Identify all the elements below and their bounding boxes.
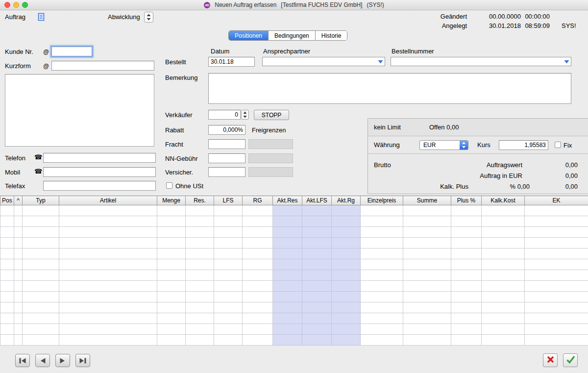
table-cell[interactable]	[243, 259, 273, 270]
table-cell[interactable]	[59, 270, 157, 281]
table-cell[interactable]	[273, 335, 302, 346]
table-row[interactable]	[0, 216, 588, 227]
table-cell[interactable]	[157, 270, 186, 281]
table-cell[interactable]	[0, 292, 14, 302]
table-cell[interactable]	[23, 238, 59, 249]
table-cell[interactable]	[59, 227, 157, 238]
table-row[interactable]	[0, 205, 588, 216]
table-cell[interactable]	[451, 324, 482, 335]
table-cell[interactable]	[186, 292, 214, 302]
table-cell[interactable]	[525, 227, 588, 238]
table-cell[interactable]	[23, 313, 59, 324]
table-cell[interactable]	[332, 281, 361, 292]
first-record-button[interactable]	[15, 354, 30, 367]
table-cell[interactable]	[157, 335, 186, 346]
table-cell[interactable]	[451, 216, 482, 227]
table-cell[interactable]	[525, 238, 588, 249]
table-cell[interactable]	[14, 205, 23, 216]
table-cell[interactable]	[157, 313, 186, 324]
table-cell[interactable]	[214, 324, 243, 335]
table-cell[interactable]	[59, 313, 157, 324]
table-cell[interactable]	[451, 335, 482, 346]
table-cell[interactable]	[482, 227, 525, 238]
table-cell[interactable]	[273, 205, 302, 216]
table-cell[interactable]	[332, 335, 361, 346]
table-cell[interactable]	[243, 324, 273, 335]
table-cell[interactable]	[14, 292, 23, 302]
table-cell[interactable]	[332, 292, 361, 302]
table-cell[interactable]	[302, 205, 332, 216]
table-cell[interactable]	[482, 216, 525, 227]
table-cell[interactable]	[23, 227, 59, 238]
tab-bedingungen[interactable]: Bedingungen	[269, 31, 316, 40]
table-cell[interactable]	[14, 324, 23, 335]
table-cell[interactable]	[14, 259, 23, 270]
bestellnummer-combobox[interactable]	[391, 57, 571, 66]
table-cell[interactable]	[14, 281, 23, 292]
table-cell[interactable]	[23, 324, 59, 335]
table-cell[interactable]	[332, 313, 361, 324]
table-cell[interactable]	[482, 205, 525, 216]
table-cell[interactable]	[186, 270, 214, 281]
table-cell[interactable]	[59, 302, 157, 313]
table-cell[interactable]	[0, 249, 14, 259]
table-cell[interactable]	[14, 249, 23, 259]
table-cell[interactable]	[23, 259, 59, 270]
table-cell[interactable]	[23, 205, 59, 216]
table-cell[interactable]	[525, 205, 588, 216]
table-row[interactable]	[0, 324, 588, 335]
table-cell[interactable]	[186, 281, 214, 292]
table-row[interactable]	[0, 302, 588, 313]
table-cell[interactable]	[482, 313, 525, 324]
table-cell[interactable]	[243, 249, 273, 259]
table-cell[interactable]	[186, 324, 214, 335]
verkaeufer-stepper[interactable]	[241, 110, 249, 122]
table-cell[interactable]	[302, 227, 332, 238]
table-cell[interactable]	[157, 216, 186, 227]
table-cell[interactable]	[403, 292, 451, 302]
table-cell[interactable]	[273, 324, 302, 335]
table-cell[interactable]	[403, 324, 451, 335]
table-cell[interactable]	[403, 270, 451, 281]
table-cell[interactable]	[403, 302, 451, 313]
table-cell[interactable]	[273, 292, 302, 302]
table-cell[interactable]	[0, 205, 14, 216]
table-cell[interactable]	[59, 216, 157, 227]
table-cell[interactable]	[157, 302, 186, 313]
table-cell[interactable]	[332, 216, 361, 227]
waehrung-popup[interactable]: EUR	[419, 140, 468, 150]
col-header-artikel[interactable]: Artikel	[59, 196, 157, 205]
ok-button[interactable]	[563, 353, 578, 367]
table-cell[interactable]	[273, 302, 302, 313]
table-cell[interactable]	[451, 238, 482, 249]
table-cell[interactable]	[482, 238, 525, 249]
table-cell[interactable]	[361, 335, 403, 346]
table-cell[interactable]	[302, 313, 332, 324]
table-cell[interactable]	[186, 335, 214, 346]
col-header-menge[interactable]: Menge	[157, 196, 186, 205]
telefax-input[interactable]	[43, 181, 156, 191]
table-cell[interactable]	[332, 238, 361, 249]
table-cell[interactable]	[157, 227, 186, 238]
table-cell[interactable]	[157, 249, 186, 259]
table-cell[interactable]	[302, 335, 332, 346]
table-cell[interactable]	[23, 335, 59, 346]
table-row[interactable]	[0, 313, 588, 324]
table-cell[interactable]	[0, 335, 14, 346]
table-cell[interactable]	[525, 249, 588, 259]
table-cell[interactable]	[157, 281, 186, 292]
table-cell[interactable]	[451, 227, 482, 238]
table-cell[interactable]	[157, 238, 186, 249]
table-cell[interactable]	[59, 324, 157, 335]
table-cell[interactable]	[361, 216, 403, 227]
verkaeufer-input[interactable]	[208, 110, 241, 120]
table-cell[interactable]	[157, 259, 186, 270]
table-cell[interactable]	[525, 216, 588, 227]
col-header-summe[interactable]: Summe	[403, 196, 451, 205]
table-cell[interactable]	[361, 313, 403, 324]
table-cell[interactable]	[23, 302, 59, 313]
table-cell[interactable]	[273, 313, 302, 324]
table-cell[interactable]	[0, 227, 14, 238]
table-cell[interactable]	[14, 238, 23, 249]
table-cell[interactable]	[482, 281, 525, 292]
